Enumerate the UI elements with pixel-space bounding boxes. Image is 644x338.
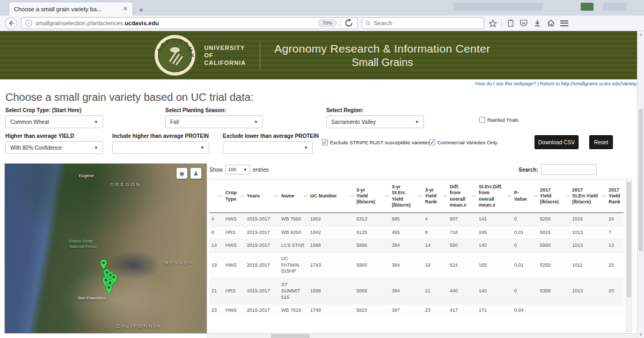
help-link[interactable]: How do I use this webpage? [475, 81, 536, 86]
column-header[interactable]: Diff. from overall mean.x▲▼ [448, 180, 477, 213]
scroll-up-arrow-icon[interactable]: ▲ [638, 31, 644, 38]
column-header[interactable]: 2017 St.Err.Yield (lb/acre)▲▼ [570, 180, 606, 213]
sort-icon[interactable]: ▲▼ [443, 194, 447, 197]
main-area: ◉ ♟ EugeneOREGONShasta-TrinityNational F… [0, 160, 644, 338]
column-header[interactable]: St.Err.Diff. from overall mean.x▲▼ [477, 180, 512, 213]
map-marker-icon[interactable] [100, 259, 107, 270]
table-cell: 585 [390, 213, 423, 226]
page-length-select[interactable]: 100▼ [225, 165, 250, 174]
yield-confidence-select[interactable]: With 80% Confidence▼ [5, 141, 103, 154]
table-cell: 1011 [570, 253, 606, 278]
table-cell: 455 [390, 226, 423, 239]
commercial-checkbox[interactable] [429, 139, 435, 145]
protein-include-select[interactable]: ▼ [112, 141, 209, 154]
column-header[interactable]: 3-yr Yield Rank▲▼ [423, 180, 448, 213]
planting-season-select[interactable]: Fall▼ [165, 115, 263, 128]
table-cell: 1013 [570, 239, 606, 253]
table-cell: 21 [423, 278, 448, 304]
sort-icon[interactable]: ▲▼ [533, 194, 537, 197]
browser-tab[interactable]: Choose a small grain variety ba... ✕ [9, 2, 133, 16]
column-header[interactable]: Crop Type▲▼ [223, 180, 245, 213]
rainfed-trials-checkbox[interactable] [479, 117, 485, 123]
chevron-down-icon: ▼ [243, 167, 247, 172]
table-row: 19HWS2015-2017UC PATWIN 515HP17435900394… [209, 253, 624, 278]
tab-close-icon[interactable]: ✕ [123, 5, 128, 12]
pocket-icon[interactable] [519, 18, 529, 28]
divider [501, 19, 502, 27]
table-cell: WB 7566 [279, 213, 308, 226]
sort-icon[interactable]: ▲▼ [418, 194, 422, 197]
window-artifact [581, 3, 594, 11]
browser-search-box[interactable] [362, 17, 484, 29]
column-header[interactable]: ▲▼ [209, 180, 223, 213]
table-row: 8HRS2015-2017WB 93501842612545587182450.… [209, 226, 624, 239]
sort-icon[interactable]: ▲▼ [385, 194, 389, 197]
table-scrollbar[interactable] [626, 179, 632, 332]
table-cell: 5266 [538, 213, 570, 226]
entries-label: entries [253, 167, 269, 173]
table-row: 4HWS2015-2017WB 756618026313585490714105… [209, 213, 624, 226]
table-cell: 907 [448, 213, 477, 226]
zoom-level-badge[interactable]: 70% [318, 19, 337, 27]
menu-icon[interactable] [559, 18, 569, 28]
table-search-input[interactable] [541, 164, 597, 175]
sort-icon[interactable]: ▲▼ [472, 194, 476, 197]
clipboard-icon[interactable] [506, 18, 515, 28]
table-scrollbar-thumb[interactable] [627, 182, 631, 297]
sort-icon[interactable]: ▲▼ [274, 194, 279, 197]
table-cell: 8 [423, 226, 448, 239]
sort-icon[interactable]: ▲▼ [218, 194, 223, 197]
url-bar[interactable]: i smallgrainselection.plantsciences.ucda… [21, 17, 358, 29]
pegman-icon[interactable]: ♟ [191, 168, 201, 179]
sort-icon[interactable]: ▲▼ [303, 194, 308, 197]
column-header[interactable]: UC Number▲▼ [308, 180, 354, 213]
crop-type-select[interactable]: Common Wheat▼ [5, 115, 103, 128]
map-marker-icon[interactable] [105, 284, 113, 295]
page-scrollbar-thumb[interactable] [639, 109, 643, 251]
new-tab-button[interactable]: + [133, 3, 149, 16]
map-label: OREGON [110, 182, 141, 187]
sort-icon[interactable]: ▲▼ [507, 194, 511, 197]
protein-exclude-select[interactable]: ▼ [223, 141, 313, 154]
bookmark-star-icon[interactable] [488, 18, 497, 28]
page-scrollbar[interactable]: ▲ ▼ [637, 31, 644, 338]
sort-icon[interactable]: ▲▼ [240, 194, 244, 197]
column-header[interactable]: 2017 Yield Rank▲▼ [606, 180, 624, 213]
home-icon[interactable] [546, 18, 555, 28]
page-title: Choose a small grain variety based on UC… [5, 91, 644, 105]
download-csv-button[interactable]: Download CSV [535, 135, 579, 149]
table-cell: 23 [209, 304, 223, 317]
region-select[interactable]: Sacramento Valley▼ [326, 115, 424, 128]
table-cell: HWS [223, 213, 245, 226]
table-cell: 2015-2017 [245, 253, 279, 278]
reset-button[interactable]: Reset [589, 135, 613, 149]
sort-icon[interactable]: ▲▼ [602, 194, 606, 197]
reload-icon[interactable] [344, 18, 354, 28]
back-button[interactable] [5, 17, 17, 30]
map-rotate-control-icon[interactable]: ◉ [177, 168, 187, 179]
column-header[interactable]: Years▲▼ [245, 180, 279, 213]
download-icon[interactable] [532, 18, 542, 28]
stripe-rust-checkbox[interactable] [322, 139, 328, 145]
column-header[interactable]: 2017 Yield (lb/acre)▲▼ [538, 180, 570, 213]
search-icon [365, 20, 371, 26]
map[interactable]: ◉ ♟ EugeneOREGONShasta-TrinityNational F… [4, 163, 207, 334]
column-header[interactable]: 3-yr St.Err. Yield (lb/acre)▲▼ [390, 180, 423, 213]
site-info-icon[interactable]: i [25, 20, 32, 27]
table-cell: 140 [477, 239, 512, 253]
sort-icon[interactable]: ▲▼ [565, 194, 569, 197]
column-header[interactable]: 3-yr Yield (lb/acre)▲▼ [354, 180, 390, 213]
table-cell: 5996 [354, 239, 390, 253]
sort-icon[interactable]: ▲▼ [349, 194, 354, 197]
horizontal-scrollbar[interactable] [207, 333, 636, 338]
horizontal-scrollbar-thumb[interactable] [271, 334, 310, 338]
column-header[interactable]: P-Value▲▼ [512, 180, 538, 213]
browser-search-input[interactable] [374, 20, 480, 26]
column-header[interactable]: Name▲▼ [279, 180, 308, 213]
table-cell: 1013 [570, 226, 606, 239]
table-row: 23HWS2015-2017WB 76181749582339723417171… [209, 304, 624, 317]
scroll-down-arrow-icon[interactable]: ▼ [638, 332, 644, 338]
table-cell: 5815 [538, 226, 570, 239]
return-link[interactable]: Return to http://smallgrains.ucanr.edu/V… [540, 81, 638, 86]
table-cell: 5823 [354, 304, 390, 317]
